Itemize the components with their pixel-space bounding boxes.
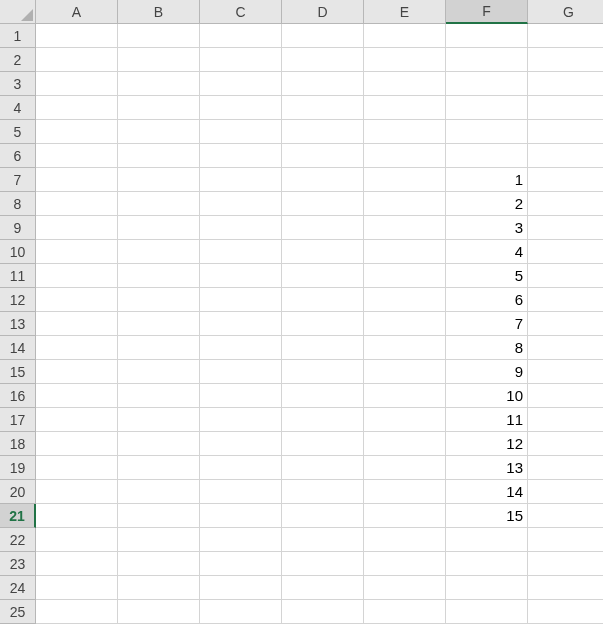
- row-header-19[interactable]: 19: [0, 456, 36, 480]
- row-header-17[interactable]: 17: [0, 408, 36, 432]
- cell-F23[interactable]: [446, 552, 528, 576]
- cell-G22[interactable]: [528, 528, 603, 552]
- cell-A16[interactable]: [36, 384, 118, 408]
- cell-A13[interactable]: [36, 312, 118, 336]
- cell-E23[interactable]: [364, 552, 446, 576]
- row-header-3[interactable]: 3: [0, 72, 36, 96]
- cell-E16[interactable]: [364, 384, 446, 408]
- cell-B18[interactable]: [118, 432, 200, 456]
- row-header-12[interactable]: 12: [0, 288, 36, 312]
- cell-G19[interactable]: [528, 456, 603, 480]
- cell-C19[interactable]: [200, 456, 282, 480]
- cell-C9[interactable]: [200, 216, 282, 240]
- cell-E22[interactable]: [364, 528, 446, 552]
- cell-B20[interactable]: [118, 480, 200, 504]
- cell-A18[interactable]: [36, 432, 118, 456]
- cell-D18[interactable]: [282, 432, 364, 456]
- spreadsheet-grid[interactable]: ABCDEFG123456718293104115126137148159161…: [0, 0, 603, 624]
- cell-F3[interactable]: [446, 72, 528, 96]
- cell-D2[interactable]: [282, 48, 364, 72]
- row-header-4[interactable]: 4: [0, 96, 36, 120]
- cell-G17[interactable]: [528, 408, 603, 432]
- row-header-15[interactable]: 15: [0, 360, 36, 384]
- cell-E19[interactable]: [364, 456, 446, 480]
- row-header-18[interactable]: 18: [0, 432, 36, 456]
- cell-C18[interactable]: [200, 432, 282, 456]
- cell-G24[interactable]: [528, 576, 603, 600]
- cell-A25[interactable]: [36, 600, 118, 624]
- cell-G16[interactable]: [528, 384, 603, 408]
- row-header-5[interactable]: 5: [0, 120, 36, 144]
- cell-F24[interactable]: [446, 576, 528, 600]
- cell-G14[interactable]: [528, 336, 603, 360]
- cell-A1[interactable]: [36, 24, 118, 48]
- cell-E13[interactable]: [364, 312, 446, 336]
- cell-F21[interactable]: 15: [446, 504, 528, 528]
- cell-C6[interactable]: [200, 144, 282, 168]
- cell-A7[interactable]: [36, 168, 118, 192]
- cell-D19[interactable]: [282, 456, 364, 480]
- cell-B24[interactable]: [118, 576, 200, 600]
- cell-E15[interactable]: [364, 360, 446, 384]
- row-header-1[interactable]: 1: [0, 24, 36, 48]
- row-header-13[interactable]: 13: [0, 312, 36, 336]
- row-header-23[interactable]: 23: [0, 552, 36, 576]
- cell-F25[interactable]: [446, 600, 528, 624]
- cell-F16[interactable]: 10: [446, 384, 528, 408]
- cell-G8[interactable]: [528, 192, 603, 216]
- cell-F1[interactable]: [446, 24, 528, 48]
- cell-B7[interactable]: [118, 168, 200, 192]
- cell-G1[interactable]: [528, 24, 603, 48]
- cell-G2[interactable]: [528, 48, 603, 72]
- cell-B5[interactable]: [118, 120, 200, 144]
- cell-C21[interactable]: [200, 504, 282, 528]
- cell-D14[interactable]: [282, 336, 364, 360]
- cell-A5[interactable]: [36, 120, 118, 144]
- column-header-A[interactable]: A: [36, 0, 118, 24]
- cell-E21[interactable]: [364, 504, 446, 528]
- cell-B12[interactable]: [118, 288, 200, 312]
- cell-B16[interactable]: [118, 384, 200, 408]
- cell-E18[interactable]: [364, 432, 446, 456]
- cell-D6[interactable]: [282, 144, 364, 168]
- cell-C24[interactable]: [200, 576, 282, 600]
- cell-G4[interactable]: [528, 96, 603, 120]
- row-header-11[interactable]: 11: [0, 264, 36, 288]
- cell-F5[interactable]: [446, 120, 528, 144]
- cell-A12[interactable]: [36, 288, 118, 312]
- cell-D13[interactable]: [282, 312, 364, 336]
- cell-B11[interactable]: [118, 264, 200, 288]
- cell-D16[interactable]: [282, 384, 364, 408]
- cell-G12[interactable]: [528, 288, 603, 312]
- row-header-10[interactable]: 10: [0, 240, 36, 264]
- cell-C2[interactable]: [200, 48, 282, 72]
- cell-F15[interactable]: 9: [446, 360, 528, 384]
- cell-E20[interactable]: [364, 480, 446, 504]
- row-header-7[interactable]: 7: [0, 168, 36, 192]
- cell-A11[interactable]: [36, 264, 118, 288]
- cell-C5[interactable]: [200, 120, 282, 144]
- cell-E3[interactable]: [364, 72, 446, 96]
- cell-A21[interactable]: [36, 504, 118, 528]
- cell-G11[interactable]: [528, 264, 603, 288]
- cell-D25[interactable]: [282, 600, 364, 624]
- cell-E10[interactable]: [364, 240, 446, 264]
- row-header-6[interactable]: 6: [0, 144, 36, 168]
- cell-B14[interactable]: [118, 336, 200, 360]
- cell-B4[interactable]: [118, 96, 200, 120]
- row-header-8[interactable]: 8: [0, 192, 36, 216]
- cell-B17[interactable]: [118, 408, 200, 432]
- cell-G21[interactable]: [528, 504, 603, 528]
- cell-F11[interactable]: 5: [446, 264, 528, 288]
- cell-E24[interactable]: [364, 576, 446, 600]
- cell-B21[interactable]: [118, 504, 200, 528]
- cell-D1[interactable]: [282, 24, 364, 48]
- cell-G15[interactable]: [528, 360, 603, 384]
- row-header-16[interactable]: 16: [0, 384, 36, 408]
- cell-E8[interactable]: [364, 192, 446, 216]
- cell-C4[interactable]: [200, 96, 282, 120]
- cell-E2[interactable]: [364, 48, 446, 72]
- cell-C7[interactable]: [200, 168, 282, 192]
- cell-C15[interactable]: [200, 360, 282, 384]
- cell-A24[interactable]: [36, 576, 118, 600]
